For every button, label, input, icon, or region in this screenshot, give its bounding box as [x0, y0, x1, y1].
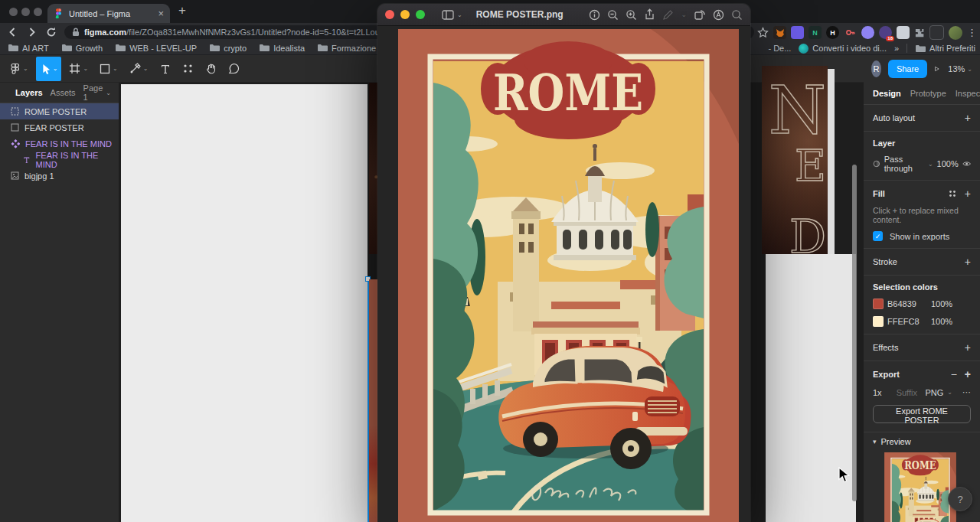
- badged-extension-icon[interactable]: 18: [879, 26, 892, 39]
- move-tool-button[interactable]: ⌄: [36, 57, 62, 81]
- window-minimize-button[interactable]: [21, 8, 30, 16]
- window-close-button[interactable]: [9, 8, 18, 16]
- h-extension-icon[interactable]: H: [826, 26, 839, 39]
- key-extension-icon[interactable]: [844, 26, 857, 39]
- resources-tool-button[interactable]: [178, 57, 198, 81]
- close-button[interactable]: [385, 10, 394, 19]
- canvas-fear-mind-poster-fragment[interactable]: N E D: [762, 66, 828, 254]
- visibility-eye-icon[interactable]: [962, 160, 971, 168]
- bookmark-folder-ai-art[interactable]: AI ART: [8, 44, 49, 53]
- color-hex[interactable]: B64839: [887, 299, 927, 308]
- bookmark-folder-crypto[interactable]: crypto: [209, 44, 247, 53]
- maximize-button[interactable]: [416, 10, 425, 19]
- add-fill-button[interactable]: +: [965, 188, 971, 200]
- show-in-exports-checkbox[interactable]: ✓: [873, 231, 883, 241]
- export-options-button[interactable]: ⋯: [962, 387, 971, 397]
- pen-tool-button[interactable]: ⌄: [126, 57, 152, 81]
- hand-tool-button[interactable]: [201, 57, 220, 81]
- zoom-in-icon[interactable]: [626, 9, 637, 21]
- zoom-level-selector[interactable]: 13% ⌄: [948, 64, 972, 73]
- tab-inspect[interactable]: Inspect: [956, 89, 980, 98]
- layer-row-rome-poster[interactable]: ROME POSTER: [0, 103, 119, 119]
- layer-row-fear-poster[interactable]: FEAR POSTER: [0, 119, 119, 135]
- rotate-icon[interactable]: [694, 9, 706, 21]
- tab-prototype[interactable]: Prototype: [910, 89, 946, 98]
- color-swatch-cream[interactable]: [873, 316, 884, 327]
- tab-layers[interactable]: Layers: [15, 88, 42, 97]
- preview-titlebar[interactable]: ⌄ ROME POSTER.png: [377, 4, 750, 26]
- bookmark-star-icon[interactable]: [757, 27, 769, 38]
- rome-poster-image[interactable]: [398, 29, 739, 522]
- export-suffix-field[interactable]: Suffix: [897, 388, 922, 397]
- zoom-out-icon[interactable]: [607, 9, 619, 21]
- layer-opacity-value[interactable]: 100%: [937, 159, 959, 168]
- blend-mode-selector[interactable]: Pass through: [884, 155, 924, 173]
- split-screen-icon[interactable]: [929, 25, 944, 40]
- export-scale-selector[interactable]: 1x: [873, 388, 882, 397]
- new-tab-button[interactable]: +: [178, 3, 186, 18]
- frame-tool-button[interactable]: ⌄: [65, 57, 92, 81]
- ghost-extension-icon[interactable]: [861, 26, 874, 39]
- add-effect-button[interactable]: +: [965, 341, 971, 354]
- page-selector[interactable]: Page 1 ⌄: [83, 83, 111, 102]
- browser-tab[interactable]: Untitled – Figma ×: [47, 4, 170, 23]
- preview-section-header[interactable]: ▾ Preview: [864, 432, 980, 446]
- selection-color-row[interactable]: B64839 100%: [873, 299, 971, 309]
- styles-icon[interactable]: [948, 189, 957, 198]
- forward-icon[interactable]: [26, 26, 38, 38]
- bookmark-folder-idealista[interactable]: Idealista: [259, 44, 305, 53]
- color-swatch-red[interactable]: [873, 299, 884, 309]
- bookmark-converter[interactable]: Converti i video di...: [799, 44, 887, 54]
- layer-row-component[interactable]: FEAR IS IN THE MIND: [0, 135, 119, 152]
- add-export-button[interactable]: +: [965, 368, 971, 380]
- annotate-icon[interactable]: [713, 9, 724, 21]
- present-icon[interactable]: [934, 64, 939, 73]
- shape-tool-button[interactable]: ⌄: [96, 57, 122, 81]
- share-icon[interactable]: [644, 8, 655, 21]
- layer-row-text-child[interactable]: FEAR IS IN THE MIND: [0, 152, 119, 168]
- add-stroke-button[interactable]: +: [965, 256, 971, 268]
- profile-avatar[interactable]: [949, 26, 962, 40]
- bookmark-folder-formazione[interactable]: Formazione: [317, 44, 376, 53]
- light-extension-icon[interactable]: [897, 26, 910, 39]
- reload-icon[interactable]: [45, 26, 57, 38]
- color-opacity[interactable]: 100%: [931, 317, 952, 326]
- search-icon[interactable]: [731, 9, 743, 21]
- back-icon[interactable]: [6, 26, 18, 38]
- layer-row-bigjpg[interactable]: bigjpg 1: [0, 168, 119, 184]
- help-button[interactable]: ?: [948, 487, 972, 511]
- minimize-button[interactable]: [400, 10, 410, 19]
- blend-mode-icon[interactable]: [873, 159, 880, 168]
- user-avatar[interactable]: R: [871, 60, 881, 77]
- window-zoom-button[interactable]: [34, 8, 42, 16]
- tab-close-icon[interactable]: ×: [158, 8, 164, 18]
- color-opacity[interactable]: 100%: [931, 299, 952, 308]
- bookmark-folder-altri-preferiti[interactable]: Altri Preferiti: [915, 44, 975, 53]
- bookmarks-overflow-chevrons[interactable]: »: [894, 44, 899, 53]
- purple-extension-icon[interactable]: [791, 26, 804, 39]
- metamask-extension-icon[interactable]: [773, 26, 786, 39]
- canvas-empty-frame[interactable]: [121, 84, 368, 522]
- tab-assets[interactable]: Assets: [51, 88, 76, 97]
- remove-export-button[interactable]: −: [951, 368, 957, 380]
- tab-design[interactable]: Design: [873, 89, 901, 98]
- n-extension-icon[interactable]: N: [808, 26, 822, 39]
- export-rome-poster-button[interactable]: Export ROME POSTER: [873, 405, 971, 423]
- canvas-scrollbar[interactable]: [852, 165, 857, 501]
- figma-main-menu[interactable]: ⌄: [6, 57, 32, 81]
- comment-tool-button[interactable]: [224, 57, 243, 81]
- text-tool-button[interactable]: [156, 57, 175, 81]
- bookmark-folder-web-level-up[interactable]: WEB - LEVEL-UP: [115, 44, 197, 53]
- share-button[interactable]: Share: [888, 60, 927, 78]
- puzzle-extensions-icon[interactable]: [914, 28, 925, 38]
- show-in-exports-row[interactable]: ✓ Show in exports: [873, 231, 971, 241]
- export-format-selector[interactable]: PNG: [925, 388, 943, 397]
- bookmark-truncated[interactable]: - De...: [768, 44, 791, 53]
- selection-color-row[interactable]: FFEFC8 100%: [873, 316, 971, 327]
- bookmark-folder-growth[interactable]: Growth: [61, 44, 103, 53]
- add-auto-layout-button[interactable]: +: [965, 112, 971, 124]
- info-icon[interactable]: [589, 9, 600, 21]
- sidebar-toggle[interactable]: ⌄: [442, 10, 462, 20]
- browser-menu-icon[interactable]: ⋮: [967, 27, 977, 38]
- canvas-rome-poster-edge[interactable]: [369, 279, 377, 522]
